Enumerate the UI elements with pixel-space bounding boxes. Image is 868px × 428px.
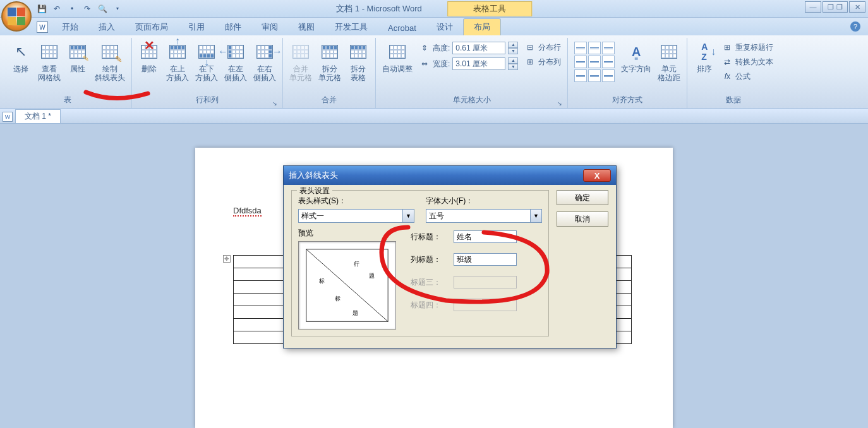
- merge-cells-button: 合并 单元格: [287, 38, 315, 83]
- group-label-table: 表: [8, 93, 128, 108]
- redo-icon[interactable]: ↷: [82, 4, 92, 14]
- draw-diagonal-header-button[interactable]: ✎绘制 斜线表头: [92, 38, 128, 83]
- preview-label: 预览: [298, 228, 399, 239]
- insert-left-button[interactable]: ←在左 侧插入: [222, 38, 250, 83]
- contextual-tools-label: 表格工具: [447, 1, 532, 16]
- header-settings-fieldset: 表头设置 表头样式(S)： ▼ 字体大小(F)： ▼ 预览: [291, 190, 549, 336]
- distribute-cols-button[interactable]: ⊞分布列: [523, 55, 562, 69]
- tab-table-layout[interactable]: 布局: [463, 18, 501, 35]
- height-input[interactable]: 0.61 厘米: [452, 42, 505, 54]
- view-gridlines-button[interactable]: 查看 网格线: [35, 38, 63, 83]
- dialog-titlebar[interactable]: 插入斜线表头 X: [284, 166, 616, 185]
- svg-line-1: [306, 249, 388, 321]
- quick-access-toolbar: 💾 ↶ • ↷ 🔍 ▾: [37, 4, 123, 14]
- width-icon: ⇔: [419, 58, 430, 69]
- row-title-input[interactable]: [454, 230, 517, 243]
- col-width-field[interactable]: ⇔ 宽度: 3.01 厘米 ▲▼: [418, 56, 519, 71]
- split-cells-button[interactable]: 拆分 单元格: [316, 38, 344, 83]
- tab-developer[interactable]: 开发工具: [325, 19, 378, 35]
- tab-page-layout[interactable]: 页面布局: [125, 19, 178, 35]
- text-direction-button[interactable]: A≡文字方向: [618, 38, 654, 74]
- cancel-button[interactable]: 取消: [557, 211, 608, 227]
- tab-insert[interactable]: 插入: [88, 19, 125, 35]
- properties-button[interactable]: ✎属性: [64, 38, 91, 74]
- ribbon: ↖选择 查看 网格线 ✎属性 ✎绘制 斜线表头 表 ✕删除 ↑在上 方插入 ↓在…: [0, 35, 868, 109]
- window-title: 文档 1 - Microsoft Word: [336, 3, 422, 15]
- table-move-handle[interactable]: ✥: [223, 255, 231, 263]
- autofit-button[interactable]: 自动调整: [380, 38, 415, 74]
- height-spinner[interactable]: ▲▼: [508, 42, 518, 54]
- tab-view[interactable]: 视图: [288, 19, 325, 35]
- title3-input: [454, 276, 517, 288]
- tab-home[interactable]: 开始: [52, 19, 88, 35]
- tab-mailings[interactable]: 邮件: [215, 19, 251, 35]
- restore-button[interactable]: ❐ ❐: [823, 1, 848, 13]
- title4-field: 标题四：: [411, 299, 542, 311]
- group-label-merge: 合并: [287, 93, 371, 108]
- office-button[interactable]: [1, 1, 32, 32]
- dialog-close-button[interactable]: X: [583, 169, 611, 182]
- tab-review[interactable]: 审阅: [251, 19, 288, 35]
- cell-margins-button[interactable]: 单元 格边距: [655, 38, 683, 83]
- repeat-header-icon: ⊞: [721, 42, 733, 53]
- title3-label: 标题三：: [411, 277, 449, 288]
- document-tabs-bar: W 文档 1 *: [0, 109, 868, 124]
- doc-tab-icon[interactable]: W: [3, 112, 13, 122]
- sample-text: Dfdfsda: [233, 206, 262, 217]
- group-label-rowscols[interactable]: 行和列: [136, 93, 279, 108]
- row-title-label: 行标题：: [411, 232, 449, 242]
- alignment-grid[interactable]: [574, 42, 615, 82]
- font-dropdown-icon[interactable]: ▼: [531, 209, 542, 223]
- minimize-button[interactable]: —: [805, 1, 821, 13]
- document-tab[interactable]: 文档 1 *: [15, 109, 61, 123]
- insert-below-button[interactable]: ↓在下 方插入: [193, 38, 220, 83]
- sort-button[interactable]: AZ↓排序: [691, 38, 718, 74]
- group-rows-cols: ✕删除 ↑在上 方插入 ↓在下 方插入 ←在左 侧插入 →在右 侧插入 行和列: [132, 38, 283, 108]
- doc-icon[interactable]: W: [37, 21, 48, 33]
- tab-acrobat[interactable]: Acrobat: [378, 21, 426, 35]
- repeat-header-button[interactable]: ⊞重复标题行: [720, 40, 775, 54]
- group-label-cellsize[interactable]: 单元格大小: [380, 93, 564, 108]
- row-height-field[interactable]: ⇕ 高度: 0.61 厘米 ▲▼: [418, 40, 519, 56]
- width-spinner[interactable]: ▲▼: [508, 57, 518, 70]
- insert-right-button[interactable]: →在右 侧插入: [251, 38, 279, 83]
- svg-text:标: 标: [334, 295, 341, 302]
- tab-references[interactable]: 引用: [178, 19, 215, 35]
- svg-text:题: 题: [353, 310, 358, 316]
- close-window-button[interactable]: ✕: [849, 1, 865, 13]
- distribute-rows-button[interactable]: ⊟分布行: [523, 40, 562, 54]
- fieldset-legend: 表头设置: [297, 186, 332, 196]
- print-preview-icon[interactable]: 🔍: [97, 4, 107, 14]
- dist-rows-icon: ⊟: [524, 42, 536, 53]
- help-icon[interactable]: ?: [850, 21, 860, 32]
- insert-above-button[interactable]: ↑在上 方插入: [164, 38, 191, 83]
- style-dropdown-icon[interactable]: ▼: [403, 209, 414, 223]
- select-button[interactable]: ↖选择: [8, 38, 34, 74]
- ribbon-tabs: W 开始 插入 页面布局 引用 邮件 审阅 视图 开发工具 Acrobat 设计…: [0, 18, 868, 35]
- col-title-input[interactable]: [454, 253, 517, 266]
- font-size-input[interactable]: [426, 209, 531, 223]
- formula-icon: fx: [721, 71, 733, 82]
- formula-button[interactable]: fx公式: [720, 69, 775, 83]
- width-input[interactable]: 3.01 厘米: [452, 57, 505, 70]
- font-size-combo[interactable]: ▼: [426, 209, 542, 223]
- group-cell-size: 自动调整 ⇕ 高度: 0.61 厘米 ▲▼ ⇔ 宽度: 3.01 厘米 ▲▼ ⊟…: [376, 38, 568, 108]
- style-combo[interactable]: ▼: [298, 209, 414, 223]
- tab-table-design[interactable]: 设计: [426, 19, 463, 35]
- col-title-field: 列标题：: [411, 253, 542, 266]
- svg-text:题: 题: [369, 273, 375, 279]
- split-table-button[interactable]: 拆分 表格: [345, 38, 371, 83]
- title4-input: [454, 299, 517, 311]
- dist-cols-icon: ⊞: [524, 56, 536, 68]
- style-input[interactable]: [298, 209, 403, 223]
- convert-to-text-button[interactable]: ⇄转换为文本: [720, 55, 775, 69]
- ok-button[interactable]: 确定: [557, 190, 608, 205]
- title-bar: 💾 ↶ • ↷ 🔍 ▾ 文档 1 - Microsoft Word 表格工具 —…: [0, 0, 868, 18]
- svg-text:行: 行: [354, 261, 359, 267]
- group-label-align: 对齐方式: [572, 93, 683, 108]
- undo-icon[interactable]: ↶: [52, 4, 62, 14]
- row-title-field: 行标题：: [411, 230, 542, 243]
- delete-button[interactable]: ✕删除: [136, 38, 162, 74]
- qat-customize-icon[interactable]: ▾: [112, 4, 123, 14]
- save-icon[interactable]: 💾: [37, 4, 47, 14]
